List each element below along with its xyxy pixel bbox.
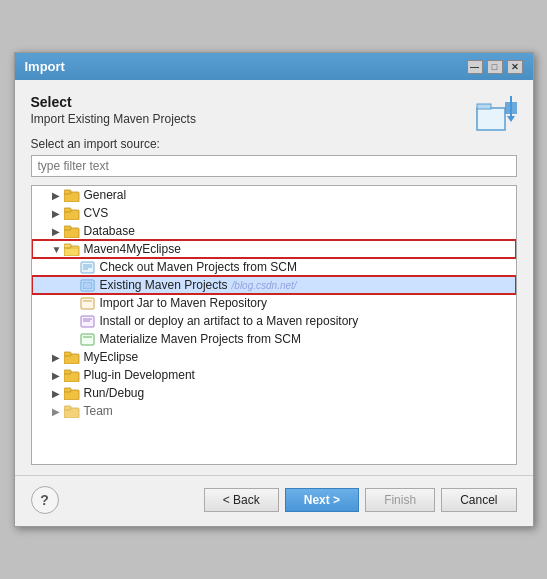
folder-icon xyxy=(64,368,80,382)
folder-icon xyxy=(64,206,80,220)
svg-rect-12 xyxy=(64,244,71,248)
finish-button[interactable]: Finish xyxy=(365,488,435,512)
back-button[interactable]: < Back xyxy=(204,488,279,512)
svg-rect-25 xyxy=(81,334,94,345)
dialog-content: Select Import Existing Maven Projects Se… xyxy=(15,80,533,475)
svg-rect-30 xyxy=(64,370,71,374)
arrow-icon: ▶ xyxy=(52,208,64,219)
arrow-icon: ▶ xyxy=(52,190,64,201)
item-icon xyxy=(80,314,96,328)
section-subtitle: Import Existing Maven Projects xyxy=(31,112,196,126)
tree-label: Team xyxy=(84,404,113,418)
title-bar: Import — □ ✕ xyxy=(15,53,533,80)
tree-item-existing-maven-wrapper[interactable]: ▶ Existing Maven Projects /blog.csdn.net… xyxy=(32,276,516,294)
tree-item-checkout-maven[interactable]: ▶ Check out Maven Projects from SCM xyxy=(32,258,516,276)
tree-item-maven4myeclipse-wrapper: ▼ Maven4MyEclipse xyxy=(32,240,516,258)
tree-label: Existing Maven Projects xyxy=(100,278,228,292)
maven-item-icon xyxy=(80,278,96,292)
svg-rect-14 xyxy=(81,262,94,273)
tree-item-existing-maven[interactable]: ▶ Existing Maven Projects /blog.csdn.net… xyxy=(32,276,516,294)
tree-item-general[interactable]: ▶ General xyxy=(32,186,516,204)
tree-item-cvs[interactable]: ▶ CVS xyxy=(32,204,516,222)
tree-label: Maven4MyEclipse xyxy=(84,242,181,256)
filter-input[interactable] xyxy=(31,155,517,177)
header-text: Select Import Existing Maven Projects xyxy=(31,94,196,136)
tree-item-import-jar[interactable]: ▶ Import Jar to Maven Repository xyxy=(32,294,516,312)
tree-container[interactable]: ▶ General ▶ CVS ▶ Database xyxy=(31,185,517,465)
folder-icon xyxy=(64,350,80,364)
svg-marker-4 xyxy=(507,116,515,122)
tree-item-run-debug[interactable]: ▶ Run/Debug xyxy=(32,384,516,402)
tree-label: Run/Debug xyxy=(84,386,145,400)
tree-label: Import Jar to Maven Repository xyxy=(100,296,267,310)
svg-rect-22 xyxy=(81,316,94,327)
folder-icon xyxy=(64,386,80,400)
arrow-icon: ▶ xyxy=(52,370,64,381)
tree-label: General xyxy=(84,188,127,202)
svg-rect-8 xyxy=(64,208,71,212)
svg-rect-20 xyxy=(81,298,94,309)
tree-label: CVS xyxy=(84,206,109,220)
tree-label: Materialize Maven Projects from SCM xyxy=(100,332,301,346)
svg-rect-6 xyxy=(64,190,71,194)
tree-item-myeclipse[interactable]: ▶ MyEclipse xyxy=(32,348,516,366)
tree-item-maven4myeclipse[interactable]: ▼ Maven4MyEclipse xyxy=(32,240,516,258)
svg-rect-10 xyxy=(64,226,71,230)
svg-rect-28 xyxy=(64,352,71,356)
import-icon xyxy=(473,94,517,137)
tree-item-database[interactable]: ▶ Database xyxy=(32,222,516,240)
svg-rect-0 xyxy=(477,108,505,130)
tree-label: Check out Maven Projects from SCM xyxy=(100,260,297,274)
title-bar-controls: — □ ✕ xyxy=(467,60,523,74)
maximize-button[interactable]: □ xyxy=(487,60,503,74)
arrow-icon: ▶ xyxy=(52,406,64,417)
tree-item-plugin-dev[interactable]: ▶ Plug-in Development xyxy=(32,366,516,384)
tree-label: Database xyxy=(84,224,135,238)
minimize-button[interactable]: — xyxy=(467,60,483,74)
import-dialog: Import — □ ✕ Select Import Existing Mave… xyxy=(14,52,534,527)
arrow-icon: ▶ xyxy=(52,352,64,363)
item-icon xyxy=(80,260,96,274)
item-icon xyxy=(80,332,96,346)
header-row: Select Import Existing Maven Projects xyxy=(31,94,517,137)
close-button[interactable]: ✕ xyxy=(507,60,523,74)
folder-icon-open xyxy=(64,242,80,256)
tree-label: MyEclipse xyxy=(84,350,139,364)
arrow-icon: ▶ xyxy=(52,226,64,237)
svg-rect-19 xyxy=(83,282,92,289)
watermark: /blog.csdn.net/ xyxy=(232,280,297,291)
svg-rect-32 xyxy=(64,388,71,392)
folder-icon xyxy=(64,404,80,418)
section-title: Select xyxy=(31,94,196,110)
arrow-icon: ▶ xyxy=(52,388,64,399)
arrow-icon: ▼ xyxy=(52,244,64,255)
svg-rect-34 xyxy=(64,406,71,410)
next-button[interactable]: Next > xyxy=(285,488,359,512)
cancel-button[interactable]: Cancel xyxy=(441,488,516,512)
svg-rect-1 xyxy=(477,104,491,109)
item-icon xyxy=(80,296,96,310)
tree-label: Install or deploy an artifact to a Maven… xyxy=(100,314,359,328)
dialog-title: Import xyxy=(25,59,65,74)
navigation-buttons: < Back Next > Finish Cancel xyxy=(204,488,517,512)
tree-item-materialize[interactable]: ▶ Materialize Maven Projects from SCM xyxy=(32,330,516,348)
folder-icon xyxy=(64,188,80,202)
tree-item-team[interactable]: ▶ Team xyxy=(32,402,516,420)
help-button[interactable]: ? xyxy=(31,486,59,514)
button-row: ? < Back Next > Finish Cancel xyxy=(15,475,533,526)
tree-item-install-deploy[interactable]: ▶ Install or deploy an artifact to a Mav… xyxy=(32,312,516,330)
folder-icon xyxy=(64,224,80,238)
filter-label: Select an import source: xyxy=(31,137,517,151)
tree-label: Plug-in Development xyxy=(84,368,195,382)
